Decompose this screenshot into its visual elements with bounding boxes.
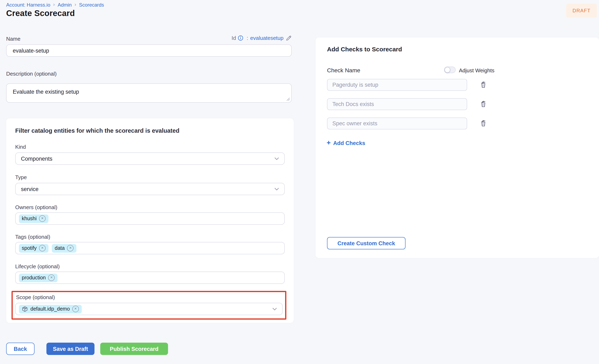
status-badge: DRAFT — [566, 4, 597, 18]
tag-label: data — [55, 245, 65, 251]
description-field: Evaluate the existing setup — [6, 83, 292, 103]
publish-scorecard-button[interactable]: Publish Scorecard — [100, 343, 168, 355]
scope-select[interactable]: default.idp_demo ✕ — [15, 303, 283, 315]
delete-check-button[interactable] — [479, 99, 488, 109]
breadcrumb: Account: Harness.io › Admin › Scorecards — [6, 2, 104, 8]
tag-chip: production ✕ — [19, 273, 58, 282]
kind-select-value: Components — [21, 156, 52, 162]
checks-panel: Add Checks to Scorecard Check Name Adjus… — [316, 37, 599, 258]
delete-check-button[interactable] — [479, 119, 488, 129]
kind-select[interactable]: Components — [15, 152, 285, 165]
name-input[interactable] — [6, 44, 292, 57]
chevron-right-icon: › — [53, 2, 55, 7]
add-checks-button[interactable]: + Add Checks — [327, 140, 365, 147]
tag-chip: khushi ✕ — [19, 214, 48, 223]
toggle-knob — [445, 67, 450, 73]
chevron-down-icon — [274, 187, 279, 190]
tag-label: khushi — [22, 216, 36, 222]
save-as-draft-button[interactable]: Save as Draft — [46, 343, 95, 355]
add-checks-label: Add Checks — [333, 140, 365, 146]
cube-icon — [22, 306, 28, 312]
resize-handle-icon[interactable] — [286, 97, 290, 101]
chevron-right-icon: › — [75, 2, 76, 7]
id-separator: : — [247, 35, 248, 41]
delete-check-button[interactable] — [479, 80, 488, 90]
type-select-value: service — [21, 186, 39, 192]
owners-input[interactable]: khushi ✕ — [15, 213, 285, 225]
breadcrumb-link-admin[interactable]: Admin — [58, 2, 72, 8]
id-row: Id : evaluatesetup — [6, 35, 292, 41]
check-name-label: Check Name — [327, 67, 360, 73]
tags-input[interactable]: spotify ✕ data ✕ — [15, 242, 285, 254]
owners-label: Owners (optional) — [15, 204, 57, 210]
check-input[interactable] — [327, 98, 467, 110]
tag-chip: spotify ✕ — [19, 244, 48, 252]
tag-chip: data ✕ — [52, 244, 77, 252]
trash-icon — [480, 80, 487, 88]
tags-label: Tags (optional) — [15, 234, 50, 240]
remove-tag-icon[interactable]: ✕ — [39, 245, 46, 251]
filter-heading: Filter catalog entities for which the sc… — [15, 127, 179, 134]
checks-panel-title: Add Checks to Scorecard — [327, 46, 402, 53]
breadcrumb-link-scorecards[interactable]: Scorecards — [79, 2, 104, 8]
type-label: Type — [15, 174, 27, 180]
create-custom-check-button[interactable]: Create Custom Check — [327, 237, 405, 249]
chevron-down-icon — [274, 157, 279, 160]
chevron-down-icon — [272, 308, 277, 311]
tag-label: spotify — [22, 245, 36, 251]
remove-tag-icon[interactable]: ✕ — [48, 275, 55, 281]
filter-card: Filter catalog entities for which the sc… — [6, 118, 294, 323]
kind-label: Kind — [15, 144, 26, 150]
remove-tag-icon[interactable]: ✕ — [72, 306, 79, 312]
adjust-weights-toggle[interactable] — [444, 67, 456, 73]
adjust-weights-label: Adjust Weights — [459, 67, 494, 73]
tag-label: production — [22, 275, 46, 281]
back-button[interactable]: Back — [6, 343, 35, 355]
description-label: Description (optional) — [6, 71, 57, 77]
type-select[interactable]: service — [15, 183, 285, 195]
scope-label: Scope (optional) — [16, 294, 55, 300]
page: Account: Harness.io › Admin › Scorecards… — [0, 0, 599, 364]
scope-highlight-box: Scope (optional) default.idp_demo ✕ — [11, 291, 286, 320]
lifecycle-label: Lifecycle (optional) — [15, 263, 60, 269]
check-input[interactable] — [327, 117, 467, 129]
pencil-icon[interactable] — [286, 35, 292, 41]
remove-tag-icon[interactable]: ✕ — [39, 215, 46, 222]
lifecycle-input[interactable]: production ✕ — [15, 272, 285, 284]
tag-label: default.idp_demo — [30, 306, 70, 312]
breadcrumb-link-account[interactable]: Account: Harness.io — [6, 2, 50, 8]
trash-icon — [480, 100, 487, 108]
tag-chip: default.idp_demo ✕ — [19, 305, 82, 313]
id-label: Id — [231, 35, 236, 41]
id-value: evaluatesetup — [250, 35, 283, 41]
trash-icon — [480, 119, 487, 127]
page-title: Create Scorecard — [6, 9, 75, 18]
description-textarea[interactable]: Evaluate the existing setup — [6, 83, 292, 103]
remove-tag-icon[interactable]: ✕ — [67, 245, 74, 251]
info-icon[interactable] — [238, 35, 243, 41]
check-input[interactable] — [327, 79, 467, 91]
plus-icon: + — [327, 139, 331, 146]
